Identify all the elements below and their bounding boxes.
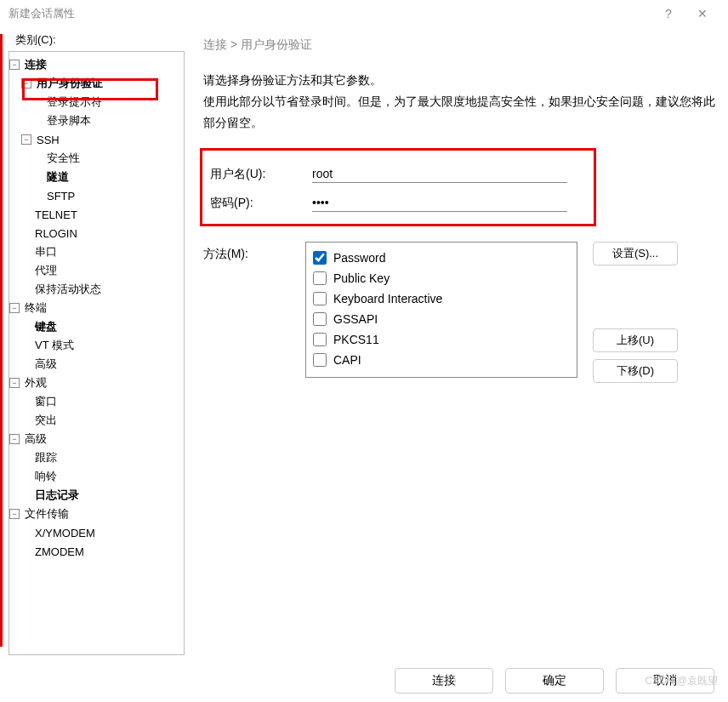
method-item[interactable]: GSSAPI — [313, 309, 570, 329]
tree-item-label: 日志记录 — [33, 488, 81, 503]
tree-item[interactable]: TELNET — [9, 205, 184, 224]
method-checkbox[interactable] — [313, 333, 327, 346]
close-icon[interactable]: ✕ — [685, 7, 719, 20]
method-item[interactable]: Password — [313, 248, 570, 268]
tree-item-label: TELNET — [33, 208, 79, 221]
credentials-area: 用户名(U): 密码(P): — [203, 150, 719, 230]
tree-item[interactable]: −外观 — [9, 374, 184, 392]
collapse-icon[interactable]: − — [9, 378, 20, 388]
method-label: Public Key — [333, 271, 390, 285]
tree-item-label: SFTP — [45, 190, 77, 203]
tree-item[interactable]: 保持活动状态 — [9, 280, 184, 299]
tree-item[interactable]: ZMODEM — [9, 542, 184, 561]
method-item[interactable]: Public Key — [313, 268, 570, 288]
ok-button[interactable]: 确定 — [505, 668, 604, 693]
method-item[interactable]: CAPI — [313, 350, 570, 370]
method-label: Password — [333, 251, 385, 265]
tree-item-label: 串口 — [33, 244, 59, 260]
username-label: 用户名(U): — [210, 167, 312, 182]
tree-item[interactable]: 登录提示符 — [9, 93, 184, 111]
window-title: 新建会话属性 — [9, 6, 75, 21]
tree-item[interactable]: 响铃 — [9, 467, 184, 486]
method-checkbox[interactable] — [313, 312, 327, 326]
tree-item[interactable]: −文件传输 — [9, 505, 184, 523]
method-label: PKCS11 — [333, 333, 379, 346]
method-checkbox[interactable] — [313, 292, 327, 305]
move-down-button[interactable]: 下移(D) — [593, 359, 678, 383]
method-checkbox[interactable] — [313, 251, 327, 265]
titlebar: 新建会话属性 ? ✕ — [0, 0, 728, 27]
tree-item[interactable]: VT 模式 — [9, 336, 184, 355]
tree-item[interactable]: 跟踪 — [9, 448, 184, 467]
collapse-icon[interactable]: − — [9, 60, 20, 70]
username-input[interactable] — [312, 165, 567, 183]
tree-item[interactable]: 日志记录 — [9, 486, 184, 505]
tree-item[interactable]: −用户身份验证 — [9, 74, 184, 93]
tree-item[interactable]: SFTP — [9, 186, 184, 205]
tree-item-label: 终端 — [23, 300, 48, 316]
tree-item[interactable]: 代理 — [9, 261, 184, 280]
tree-item[interactable]: −SSH — [9, 130, 184, 149]
help-icon[interactable]: ? — [651, 7, 685, 20]
collapse-icon[interactable]: − — [21, 134, 31, 145]
tree-item[interactable]: −终端 — [9, 299, 184, 317]
method-checkbox[interactable] — [313, 271, 327, 285]
tree-item[interactable]: −高级 — [9, 430, 184, 448]
tree-item-label: 高级 — [33, 357, 59, 372]
category-label: 类别(C): — [15, 32, 185, 48]
method-label: CAPI — [333, 353, 361, 367]
settings-button[interactable]: 设置(S)... — [593, 242, 678, 265]
annotation-edge — [0, 34, 3, 647]
tree-item[interactable]: 串口 — [9, 243, 184, 261]
tree-item-label: 文件传输 — [23, 506, 71, 522]
tree-item-label: 突出 — [33, 413, 59, 428]
tree-item[interactable]: 高级 — [9, 355, 184, 374]
password-input[interactable] — [312, 194, 567, 212]
tree-item[interactable]: RLOGIN — [9, 224, 184, 243]
tree-item-label: 登录提示符 — [45, 94, 104, 110]
method-label: Keyboard Interactive — [333, 292, 442, 305]
collapse-icon[interactable]: − — [9, 303, 20, 313]
tree-item-label: VT 模式 — [33, 338, 76, 353]
description: 请选择身份验证方法和其它参数。 使用此部分以节省登录时间。但是，为了最大限度地提… — [203, 70, 719, 134]
tree-item-label: 响铃 — [33, 469, 59, 484]
tree-item-label: RLOGIN — [33, 227, 79, 240]
tree-item[interactable]: 窗口 — [9, 392, 184, 411]
connect-button[interactable]: 连接 — [395, 668, 493, 693]
tree-item-label: 跟踪 — [33, 450, 59, 465]
tree-item-label: 代理 — [33, 263, 59, 278]
tree-item-label: 安全性 — [45, 151, 82, 166]
tree-item[interactable]: 突出 — [9, 411, 184, 430]
collapse-icon[interactable]: − — [21, 78, 31, 88]
tree-item[interactable]: 安全性 — [9, 149, 184, 168]
method-label: GSSAPI — [333, 312, 378, 326]
tree-item[interactable]: 键盘 — [9, 317, 184, 336]
tree-item-label: 窗口 — [33, 394, 59, 409]
method-item[interactable]: PKCS11 — [313, 329, 570, 350]
move-up-button[interactable]: 上移(U) — [593, 328, 678, 352]
category-tree[interactable]: −连接−用户身份验证登录提示符登录脚本−SSH安全性隧道SFTPTELNETRL… — [9, 51, 185, 655]
method-checkbox[interactable] — [313, 353, 327, 367]
tree-item-label: 登录脚本 — [45, 113, 93, 128]
tree-item-label: 键盘 — [33, 319, 59, 334]
dialog-footer: 连接 确定 取消 — [395, 668, 714, 693]
method-label: 方法(M): — [203, 242, 305, 383]
collapse-icon[interactable]: − — [9, 434, 20, 444]
cancel-button[interactable]: 取消 — [616, 668, 714, 693]
method-list[interactable]: PasswordPublic KeyKeyboard InteractiveGS… — [305, 242, 577, 378]
tree-item-label: SSH — [35, 134, 61, 146]
tree-item-label: 隧道 — [45, 169, 71, 185]
password-label: 密码(P): — [210, 196, 312, 211]
tree-item-label: 高级 — [23, 431, 48, 447]
tree-item[interactable]: −连接 — [9, 55, 184, 74]
tree-item-label: X/YMODEM — [33, 527, 97, 539]
tree-item[interactable]: 隧道 — [9, 168, 184, 186]
tree-item[interactable]: 登录脚本 — [9, 111, 184, 130]
method-item[interactable]: Keyboard Interactive — [313, 288, 570, 309]
tree-item[interactable]: X/YMODEM — [9, 523, 184, 542]
tree-item-label: ZMODEM — [33, 545, 86, 558]
tree-item-label: 用户身份验证 — [35, 76, 105, 91]
collapse-icon[interactable]: − — [9, 509, 20, 519]
tree-item-label: 连接 — [23, 57, 48, 72]
tree-item-label: 保持活动状态 — [33, 282, 103, 297]
